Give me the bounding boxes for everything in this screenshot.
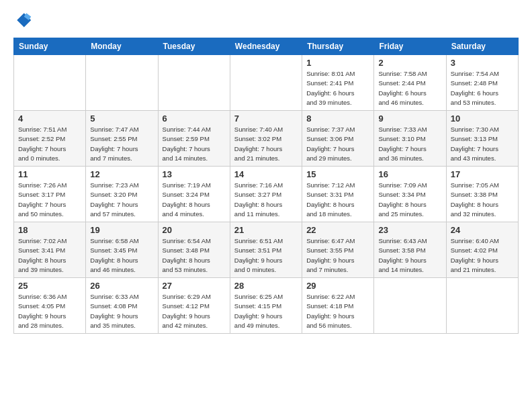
- calendar-cell: [374, 278, 446, 334]
- calendar-cell: 27Sunrise: 6:29 AM Sunset: 4:12 PM Dayli…: [158, 278, 230, 334]
- day-number: 22: [306, 225, 369, 235]
- logo: [13, 11, 35, 30]
- calendar-cell: 20Sunrise: 6:54 AM Sunset: 3:48 PM Dayli…: [158, 222, 230, 278]
- day-info: Sunrise: 6:33 AM Sunset: 4:08 PM Dayligh…: [90, 292, 153, 330]
- day-info: Sunrise: 7:02 AM Sunset: 3:41 PM Dayligh…: [18, 236, 81, 275]
- calendar-cell: 19Sunrise: 6:58 AM Sunset: 3:45 PM Dayli…: [86, 222, 158, 278]
- calendar-cell: [446, 278, 518, 334]
- header: [13, 11, 519, 30]
- day-number: 5: [90, 113, 153, 124]
- day-number: 19: [90, 225, 153, 235]
- calendar-cell: [158, 55, 230, 111]
- calendar-cell: 26Sunrise: 6:33 AM Sunset: 4:08 PM Dayli…: [86, 278, 158, 334]
- calendar-cell: 11Sunrise: 7:26 AM Sunset: 3:17 PM Dayli…: [14, 167, 86, 222]
- day-number: 17: [451, 169, 514, 179]
- logo-icon: [13, 11, 32, 30]
- day-number: 4: [18, 113, 81, 124]
- calendar-cell: 2Sunrise: 7:58 AM Sunset: 2:44 PM Daylig…: [374, 55, 446, 111]
- calendar-cell: [230, 55, 302, 111]
- day-info: Sunrise: 7:30 AM Sunset: 3:13 PM Dayligh…: [451, 125, 514, 163]
- day-info: Sunrise: 7:12 AM Sunset: 3:31 PM Dayligh…: [306, 181, 369, 219]
- day-info: Sunrise: 6:29 AM Sunset: 4:12 PM Dayligh…: [163, 292, 226, 330]
- day-info: Sunrise: 6:40 AM Sunset: 4:02 PM Dayligh…: [451, 236, 514, 275]
- week-row-4: 25Sunrise: 6:36 AM Sunset: 4:05 PM Dayli…: [14, 278, 519, 334]
- calendar-cell: 15Sunrise: 7:12 AM Sunset: 3:31 PM Dayli…: [302, 167, 374, 222]
- day-info: Sunrise: 7:05 AM Sunset: 3:38 PM Dayligh…: [451, 181, 514, 219]
- day-info: Sunrise: 6:36 AM Sunset: 4:05 PM Dayligh…: [18, 292, 81, 330]
- day-number: 28: [234, 281, 298, 291]
- day-number: 21: [234, 225, 298, 235]
- calendar-cell: 3Sunrise: 7:54 AM Sunset: 2:48 PM Daylig…: [446, 55, 518, 111]
- calendar-cell: [86, 55, 158, 111]
- day-info: Sunrise: 6:58 AM Sunset: 3:45 PM Dayligh…: [90, 236, 153, 275]
- col-header-monday: Monday: [86, 38, 158, 55]
- week-row-0: 1Sunrise: 8:01 AM Sunset: 2:41 PM Daylig…: [14, 55, 519, 111]
- day-info: Sunrise: 7:33 AM Sunset: 3:10 PM Dayligh…: [378, 125, 441, 163]
- day-number: 12: [90, 169, 153, 179]
- day-info: Sunrise: 7:19 AM Sunset: 3:24 PM Dayligh…: [163, 181, 226, 219]
- day-number: 1: [306, 58, 369, 68]
- day-number: 3: [451, 58, 514, 68]
- day-number: 15: [306, 169, 369, 179]
- day-number: 2: [378, 58, 441, 68]
- day-number: 23: [378, 225, 441, 235]
- calendar-cell: 7Sunrise: 7:40 AM Sunset: 3:02 PM Daylig…: [230, 111, 302, 167]
- calendar-cell: 22Sunrise: 6:47 AM Sunset: 3:55 PM Dayli…: [302, 222, 374, 278]
- day-info: Sunrise: 7:47 AM Sunset: 2:55 PM Dayligh…: [90, 125, 153, 163]
- calendar-cell: 28Sunrise: 6:25 AM Sunset: 4:15 PM Dayli…: [230, 278, 302, 334]
- day-info: Sunrise: 7:54 AM Sunset: 2:48 PM Dayligh…: [451, 69, 514, 107]
- calendar-cell: 9Sunrise: 7:33 AM Sunset: 3:10 PM Daylig…: [374, 111, 446, 167]
- calendar-cell: 18Sunrise: 7:02 AM Sunset: 3:41 PM Dayli…: [14, 222, 86, 278]
- col-header-saturday: Saturday: [446, 38, 518, 55]
- week-row-3: 18Sunrise: 7:02 AM Sunset: 3:41 PM Dayli…: [14, 222, 519, 278]
- day-info: Sunrise: 6:25 AM Sunset: 4:15 PM Dayligh…: [234, 292, 298, 330]
- day-info: Sunrise: 6:22 AM Sunset: 4:18 PM Dayligh…: [306, 292, 369, 330]
- calendar-cell: 10Sunrise: 7:30 AM Sunset: 3:13 PM Dayli…: [446, 111, 518, 167]
- day-number: 16: [378, 169, 441, 179]
- day-info: Sunrise: 7:23 AM Sunset: 3:20 PM Dayligh…: [90, 181, 153, 219]
- day-info: Sunrise: 7:40 AM Sunset: 3:02 PM Dayligh…: [234, 125, 298, 163]
- day-info: Sunrise: 8:01 AM Sunset: 2:41 PM Dayligh…: [306, 69, 369, 107]
- calendar-cell: 4Sunrise: 7:51 AM Sunset: 2:52 PM Daylig…: [14, 111, 86, 167]
- day-info: Sunrise: 7:26 AM Sunset: 3:17 PM Dayligh…: [18, 181, 81, 219]
- day-number: 11: [18, 169, 81, 179]
- day-info: Sunrise: 7:09 AM Sunset: 3:34 PM Dayligh…: [378, 181, 441, 219]
- calendar-cell: 21Sunrise: 6:51 AM Sunset: 3:51 PM Dayli…: [230, 222, 302, 278]
- calendar-cell: 25Sunrise: 6:36 AM Sunset: 4:05 PM Dayli…: [14, 278, 86, 334]
- calendar-cell: [14, 55, 86, 111]
- calendar-cell: 14Sunrise: 7:16 AM Sunset: 3:27 PM Dayli…: [230, 167, 302, 222]
- col-header-thursday: Thursday: [302, 38, 374, 55]
- calendar-cell: 17Sunrise: 7:05 AM Sunset: 3:38 PM Dayli…: [446, 167, 518, 222]
- calendar-cell: 13Sunrise: 7:19 AM Sunset: 3:24 PM Dayli…: [158, 167, 230, 222]
- header-row: SundayMondayTuesdayWednesdayThursdayFrid…: [14, 38, 519, 55]
- calendar-cell: 24Sunrise: 6:40 AM Sunset: 4:02 PM Dayli…: [446, 222, 518, 278]
- day-info: Sunrise: 6:51 AM Sunset: 3:51 PM Dayligh…: [234, 236, 298, 275]
- day-number: 24: [451, 225, 514, 235]
- calendar-cell: 1Sunrise: 8:01 AM Sunset: 2:41 PM Daylig…: [302, 55, 374, 111]
- day-info: Sunrise: 7:16 AM Sunset: 3:27 PM Dayligh…: [234, 181, 298, 219]
- day-number: 6: [163, 113, 226, 124]
- day-info: Sunrise: 6:47 AM Sunset: 3:55 PM Dayligh…: [306, 236, 369, 275]
- calendar-table: SundayMondayTuesdayWednesdayThursdayFrid…: [13, 38, 519, 334]
- day-info: Sunrise: 7:37 AM Sunset: 3:06 PM Dayligh…: [306, 125, 369, 163]
- day-info: Sunrise: 7:51 AM Sunset: 2:52 PM Dayligh…: [18, 125, 81, 163]
- week-row-1: 4Sunrise: 7:51 AM Sunset: 2:52 PM Daylig…: [14, 111, 519, 167]
- week-row-2: 11Sunrise: 7:26 AM Sunset: 3:17 PM Dayli…: [14, 167, 519, 222]
- calendar-cell: 8Sunrise: 7:37 AM Sunset: 3:06 PM Daylig…: [302, 111, 374, 167]
- day-info: Sunrise: 7:44 AM Sunset: 2:59 PM Dayligh…: [163, 125, 226, 163]
- col-header-sunday: Sunday: [14, 38, 86, 55]
- day-info: Sunrise: 6:54 AM Sunset: 3:48 PM Dayligh…: [163, 236, 226, 275]
- day-number: 13: [163, 169, 226, 179]
- calendar-cell: 12Sunrise: 7:23 AM Sunset: 3:20 PM Dayli…: [86, 167, 158, 222]
- day-number: 8: [306, 113, 369, 124]
- page: SundayMondayTuesdayWednesdayThursdayFrid…: [0, 0, 532, 340]
- col-header-wednesday: Wednesday: [230, 38, 302, 55]
- calendar-cell: 23Sunrise: 6:43 AM Sunset: 3:58 PM Dayli…: [374, 222, 446, 278]
- calendar-cell: 5Sunrise: 7:47 AM Sunset: 2:55 PM Daylig…: [86, 111, 158, 167]
- day-number: 10: [451, 113, 514, 124]
- day-number: 25: [18, 281, 81, 291]
- day-number: 29: [306, 281, 369, 291]
- col-header-friday: Friday: [374, 38, 446, 55]
- day-number: 7: [234, 113, 298, 124]
- day-number: 27: [163, 281, 226, 291]
